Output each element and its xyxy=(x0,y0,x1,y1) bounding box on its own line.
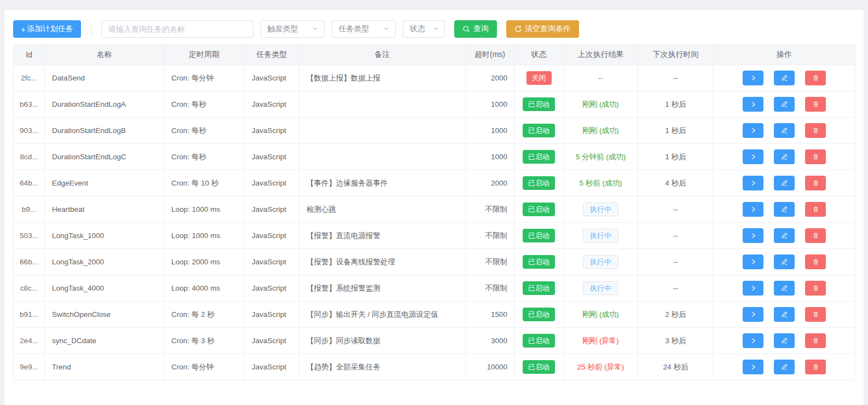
task-schedule: Loop: 2000 ms xyxy=(171,258,220,266)
delete-task-button[interactable] xyxy=(805,254,826,269)
run-task-button[interactable] xyxy=(743,202,763,217)
edit-task-button[interactable] xyxy=(774,97,795,112)
pencil-icon xyxy=(781,337,788,344)
column-header-8: 上次执行结果 xyxy=(564,45,638,65)
edit-task-button[interactable] xyxy=(774,360,795,374)
table-row: 9e9... Trend Cron: 每分钟 JavaScript 【趋势】全部… xyxy=(14,354,855,380)
column-header-3: 定时周期 xyxy=(164,45,245,65)
row-actions xyxy=(714,333,855,348)
edit-task-button[interactable] xyxy=(774,149,795,164)
task-name: DurationStartEndLogA xyxy=(52,100,126,108)
task-type: JavaScript xyxy=(252,100,286,108)
delete-task-button[interactable] xyxy=(805,333,826,348)
clear-query-button[interactable]: 清空查询条件 xyxy=(506,20,579,38)
plus-icon: + xyxy=(21,25,26,34)
run-task-button[interactable] xyxy=(743,228,763,243)
task-name: LongTask_2000 xyxy=(52,258,104,266)
delete-task-button[interactable] xyxy=(805,176,826,190)
trash-icon xyxy=(812,285,819,292)
status-badge: 已启动 xyxy=(523,97,555,112)
task-schedule: Cron: 每 2 秒 xyxy=(171,310,215,319)
task-name-search-input[interactable] xyxy=(101,20,253,38)
add-task-label: 添加计划任务 xyxy=(27,24,73,34)
column-header-1: Id xyxy=(14,45,45,65)
row-actions xyxy=(714,254,855,269)
delete-task-button[interactable] xyxy=(805,123,826,138)
task-type: JavaScript xyxy=(252,337,286,345)
chevron-down-icon xyxy=(432,24,439,34)
edit-task-button[interactable] xyxy=(774,176,795,190)
toolbar-divider xyxy=(91,24,91,34)
row-actions xyxy=(714,97,855,112)
chevron-right-icon xyxy=(750,180,757,187)
run-task-button[interactable] xyxy=(743,254,763,269)
task-type: JavaScript xyxy=(252,232,286,240)
pencil-icon xyxy=(781,232,788,239)
next-run-time: 1 秒后 xyxy=(665,126,686,135)
edit-task-button[interactable] xyxy=(774,71,795,85)
run-task-button[interactable] xyxy=(743,307,763,322)
task-timeout: 2000 xyxy=(491,179,507,187)
run-task-button[interactable] xyxy=(743,281,763,296)
tasks-table-wrap: Id名称定时周期任务类型备注超时(ms)状态上次执行结果下次执行时间操作 2fc… xyxy=(4,44,864,380)
chevron-right-icon xyxy=(750,258,757,265)
run-task-button[interactable] xyxy=(743,149,763,164)
delete-task-button[interactable] xyxy=(805,228,826,243)
run-task-button[interactable] xyxy=(743,97,763,112)
edit-task-button[interactable] xyxy=(774,123,795,138)
trigger-type-select-label: 触发类型 xyxy=(268,24,298,34)
edit-task-button[interactable] xyxy=(774,281,795,296)
last-result: 执行中 xyxy=(583,229,618,243)
chevron-right-icon xyxy=(750,311,757,318)
status-badge: 已启动 xyxy=(523,124,555,138)
table-row: 503... LongTask_1000 Loop: 1000 ms JavaS… xyxy=(14,223,855,249)
status-badge: 关闭 xyxy=(526,71,552,85)
last-result: 执行中 xyxy=(583,281,618,296)
edit-task-button[interactable] xyxy=(774,307,795,322)
edit-task-button[interactable] xyxy=(774,202,795,217)
add-task-button[interactable]: + 添加计划任务 xyxy=(13,20,81,38)
chevron-right-icon xyxy=(750,153,757,160)
task-id: b91... xyxy=(20,310,38,319)
trigger-type-select[interactable]: 触发类型 xyxy=(261,20,325,38)
edit-task-button[interactable] xyxy=(774,254,795,269)
task-timeout: 1000 xyxy=(491,100,507,108)
delete-task-button[interactable] xyxy=(805,360,826,374)
status-select[interactable]: 状态 xyxy=(403,20,445,38)
task-schedule: Cron: 每秒 xyxy=(171,153,206,161)
delete-task-button[interactable] xyxy=(805,97,826,112)
run-task-button[interactable] xyxy=(743,123,763,138)
task-schedule: Cron: 每分钟 xyxy=(171,363,213,371)
run-task-button[interactable] xyxy=(743,71,763,85)
row-actions xyxy=(714,307,855,322)
row-actions xyxy=(714,71,855,85)
last-result: 25 秒前 (异常) xyxy=(577,363,624,371)
task-type-select[interactable]: 任务类型 xyxy=(332,20,396,38)
delete-task-button[interactable] xyxy=(805,71,826,85)
chevron-down-icon xyxy=(312,24,319,34)
delete-task-button[interactable] xyxy=(805,202,826,217)
trash-icon xyxy=(812,74,819,82)
row-actions xyxy=(714,360,855,374)
run-task-button[interactable] xyxy=(743,360,763,374)
pencil-icon xyxy=(781,74,788,82)
run-task-button[interactable] xyxy=(743,176,763,190)
edit-task-button[interactable] xyxy=(774,228,795,243)
task-id: 66b... xyxy=(20,258,38,266)
edit-task-button[interactable] xyxy=(774,333,795,348)
task-name: DurationStartEndLogB xyxy=(52,126,126,135)
delete-task-button[interactable] xyxy=(805,307,826,322)
task-remark: 【同步】同步读取数据 xyxy=(306,337,380,345)
task-remark: 【报警】直流电源报警 xyxy=(306,232,380,240)
delete-task-button[interactable] xyxy=(805,149,826,164)
run-task-button[interactable] xyxy=(743,333,763,348)
task-name: EdgeEvent xyxy=(52,179,88,187)
next-run-time: 1 秒后 xyxy=(665,153,686,161)
query-button[interactable]: 查询 xyxy=(454,20,497,38)
trash-icon xyxy=(812,258,819,265)
column-header-6: 超时(ms) xyxy=(466,45,514,65)
table-row: 903... DurationStartEndLogB Cron: 每秒 Jav… xyxy=(14,118,855,144)
task-type: JavaScript xyxy=(252,363,286,371)
delete-task-button[interactable] xyxy=(805,281,826,296)
task-name: sync_DCdate xyxy=(52,337,96,345)
